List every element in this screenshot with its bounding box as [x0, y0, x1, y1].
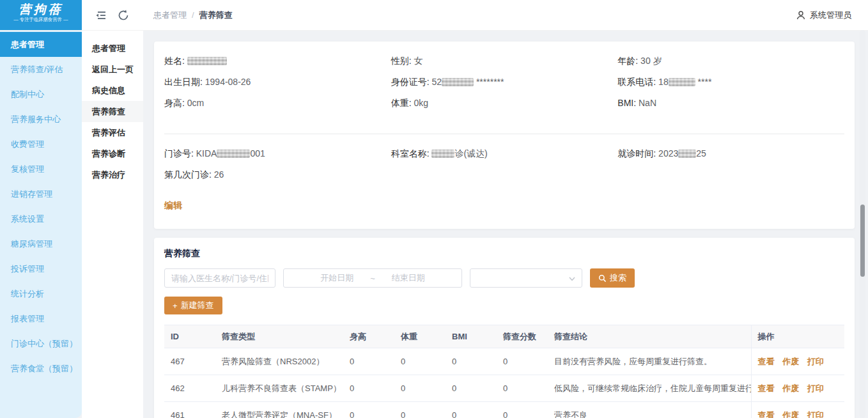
visit-info-grid: 门诊号: KIDA001 科室名称: 诊(诚达) 就诊时间: 202325 第几…	[154, 134, 855, 181]
col-conclusion: 筛查结论	[548, 325, 751, 348]
search-button[interactable]: 搜索	[590, 268, 635, 288]
print-link[interactable]: 打印	[807, 410, 824, 418]
breadcrumb: 患者管理 / 营养筛查	[153, 0, 233, 30]
user-name: 系统管理员	[810, 10, 851, 21]
app-logo: 营拘蓓 — 专注于临床膳食营养 —	[0, 0, 82, 30]
logo-text: 营拘蓓	[0, 2, 82, 16]
submenu-item-history[interactable]: 病史信息	[82, 80, 143, 101]
search-icon	[598, 274, 607, 283]
breadcrumb-item-current: 营养筛查	[199, 10, 233, 21]
sidebar-item-diabetes[interactable]: 糖尿病管理	[0, 231, 82, 256]
logo-tagline: — 专注于临床膳食营养 —	[3, 16, 79, 22]
redacted-name	[187, 57, 227, 65]
table-row: 462 儿科营养不良筛查表（STAMP） 0 0 0 0 低风险，可继续常规临床…	[164, 375, 844, 402]
menu-fold-icon[interactable]	[95, 9, 107, 22]
field-phone: 联系电话: 18 ****	[617, 77, 844, 88]
sidebar-item-statistics[interactable]: 统计分析	[0, 281, 82, 306]
redacted-department	[431, 150, 454, 158]
patient-info-grid: 姓名: 性别: 女 年龄: 30 岁 出生日期: 1994-08-26 身份证号…	[154, 42, 855, 109]
field-visit-time: 就诊时间: 202325	[617, 148, 844, 160]
field-bmi: BMI: NaN	[617, 98, 844, 109]
col-weight: 体重	[394, 325, 446, 348]
submenu-item-nutrition-diagnosis[interactable]: 营养诊断	[82, 143, 143, 164]
top-bar: 营拘蓓 — 专注于临床膳食营养 — 患者管理 / 营养筛查 系统管理员	[0, 0, 868, 30]
breadcrumb-separator: /	[192, 10, 194, 20]
screening-type-select[interactable]	[470, 268, 582, 288]
field-visit-count: 第几次门诊: 26	[164, 169, 391, 181]
doctor-search-input[interactable]	[164, 268, 275, 288]
screening-card: 营养筛查 开始日期 ~ 结束日期 搜索 + 新建筛查	[154, 238, 855, 418]
void-link[interactable]: 作废	[782, 383, 799, 393]
edit-link[interactable]: 编辑	[164, 200, 182, 212]
plus-icon: +	[173, 301, 178, 311]
view-link[interactable]: 查看	[758, 383, 775, 393]
redacted-id	[442, 78, 474, 86]
submenu-item-nutrition-treatment[interactable]: 营养治疗	[82, 164, 143, 185]
submenu-item-patient-mgmt[interactable]: 患者管理	[82, 38, 143, 59]
col-type: 筛查类型	[215, 325, 343, 348]
page-scrollbar-track[interactable]	[860, 30, 865, 418]
view-link[interactable]: 查看	[758, 410, 775, 418]
col-id: ID	[164, 325, 215, 348]
new-screening-button[interactable]: + 新建筛查	[164, 297, 222, 314]
field-gender: 性别: 女	[391, 56, 618, 67]
void-link[interactable]: 作废	[782, 357, 799, 366]
patient-info-card: 姓名: 性别: 女 年龄: 30 岁 出生日期: 1994-08-26 身份证号…	[154, 42, 855, 229]
col-height: 身高	[343, 325, 394, 348]
redacted-phone	[669, 78, 695, 86]
submenu-item-back[interactable]: 返回上一页	[82, 59, 143, 80]
user-icon	[796, 10, 806, 20]
main-content: 姓名: 性别: 女 年龄: 30 岁 出生日期: 1994-08-26 身份证号…	[143, 30, 868, 418]
field-birthdate: 出生日期: 1994-08-26	[164, 77, 391, 88]
date-start-placeholder: 开始日期	[320, 272, 353, 284]
field-weight: 体重: 0kg	[391, 98, 618, 109]
field-id-card: 身份证号: 52 ********	[391, 77, 618, 88]
screening-title: 营养筛查	[154, 238, 855, 259]
chevron-down-icon	[568, 275, 576, 283]
view-link[interactable]: 查看	[758, 357, 775, 366]
table-header-row: ID 筛查类型 身高 体重 BMI 筛查分数 筛查结论 操作	[164, 325, 844, 348]
breadcrumb-item-patients[interactable]: 患者管理	[153, 10, 187, 21]
col-score: 筛查分数	[497, 325, 548, 348]
sidebar-item-complaints[interactable]: 投诉管理	[0, 256, 82, 281]
print-link[interactable]: 打印	[807, 383, 824, 393]
col-actions: 操作	[751, 325, 844, 348]
submenu-item-nutrition-screening[interactable]: 营养筛查	[82, 101, 143, 122]
table-row: 461 老人微型营养评定（MNA-SF） 0 0 0 0 营养不良 查看 作废 …	[164, 402, 844, 418]
refresh-icon[interactable]	[117, 9, 130, 22]
field-outpatient-no: 门诊号: KIDA001	[164, 148, 391, 160]
field-name: 姓名:	[164, 56, 391, 67]
sidebar-item-nutrition-service[interactable]: 营养服务中心	[0, 107, 82, 132]
date-range-picker[interactable]: 开始日期 ~ 结束日期	[283, 268, 462, 288]
submenu-item-nutrition-assessment[interactable]: 营养评估	[82, 122, 143, 143]
date-end-placeholder: 结束日期	[392, 272, 425, 284]
col-bmi: BMI	[446, 325, 497, 348]
sidebar-item-inventory[interactable]: 进销存管理	[0, 182, 82, 206]
table-row: 467 营养风险筛查（NRS2002） 0 0 0 0 目前没有营养风险，应每周…	[164, 348, 844, 375]
redacted-visit-date	[678, 150, 696, 158]
sidebar-item-outpatient-center[interactable]: 门诊中心（预留）	[0, 331, 82, 356]
sidebar-item-reports[interactable]: 报表管理	[0, 306, 82, 331]
sidebar-item-system-settings[interactable]: 系统设置	[0, 206, 82, 231]
secondary-sidebar: 患者管理 返回上一页 病史信息 营养筛查 营养评估 营养诊断 营养治疗	[82, 30, 143, 418]
date-separator: ~	[370, 274, 375, 283]
sidebar-item-billing[interactable]: 收费管理	[0, 132, 82, 157]
sidebar-item-patient-mgmt[interactable]: 患者管理	[0, 32, 82, 57]
field-department: 科室名称: 诊(诚达)	[391, 148, 618, 160]
sidebar-item-review[interactable]: 复核管理	[0, 157, 82, 182]
screening-table: ID 筛查类型 身高 体重 BMI 筛查分数 筛查结论 操作 467 营养风险筛…	[164, 325, 844, 418]
primary-sidebar: 患者管理 营养筛查/评估 配制中心 营养服务中心 收费管理 复核管理 进销存管理…	[0, 30, 82, 418]
sidebar-item-nutrition-canteen[interactable]: 营养食堂（预留）	[0, 356, 82, 381]
field-height: 身高: 0cm	[164, 98, 391, 109]
sidebar-item-prep-center[interactable]: 配制中心	[0, 82, 82, 107]
field-age: 年龄: 30 岁	[617, 56, 844, 67]
user-menu[interactable]: 系统管理员	[796, 0, 851, 30]
page-scrollbar-thumb[interactable]	[860, 205, 865, 277]
sidebar-item-screening-eval[interactable]: 营养筛查/评估	[0, 57, 82, 82]
filter-bar: 开始日期 ~ 结束日期 搜索	[164, 268, 855, 288]
redacted-outpatient-no	[217, 150, 250, 158]
print-link[interactable]: 打印	[807, 357, 824, 366]
void-link[interactable]: 作废	[782, 410, 799, 418]
